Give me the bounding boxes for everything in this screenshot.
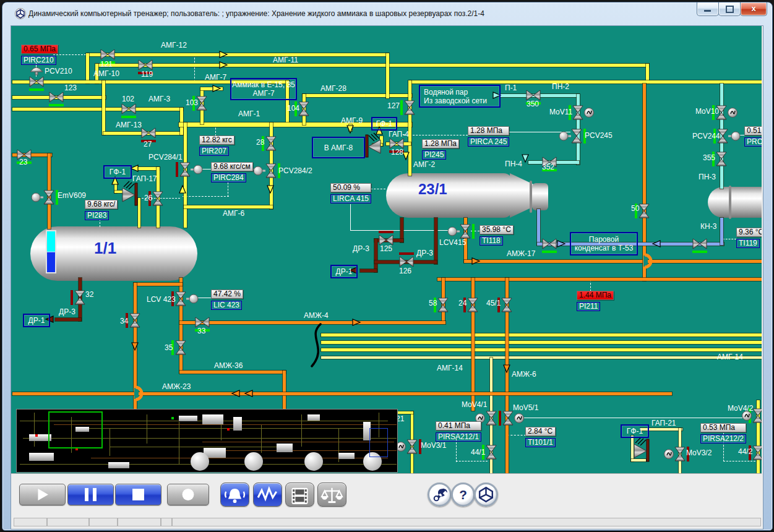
record-button[interactable] — [167, 484, 209, 505]
instrument-pirsa212-2[interactable]: 0.53 МПаPIRSA212/2 — [700, 423, 746, 444]
valve-mov5-1[interactable] — [502, 410, 514, 426]
history-button[interactable] — [285, 483, 314, 507]
instrument-ti118[interactable]: 35.98 °CTI118 — [479, 225, 514, 246]
instrument-pirsa212-1[interactable]: 0.41 МПаPIRSA212/1 — [436, 421, 481, 442]
valve-kn3[interactable] — [692, 238, 708, 250]
instrument-ti101-1[interactable]: 2.84 °CTI101/1 — [525, 427, 556, 447]
valve-35[interactable] — [174, 340, 187, 356]
valve-127[interactable] — [403, 100, 416, 116]
pipe-label: АМГ-10 — [93, 69, 119, 78]
pipe-label: MoV11 — [549, 108, 572, 116]
instrument-pi211[interactable]: 1.44 МПаPI211 — [577, 291, 614, 311]
minimize-button[interactable] — [697, 2, 719, 16]
actuator-top-icon — [29, 65, 44, 75]
valve-pcv210[interactable] — [28, 75, 45, 88]
title-bar[interactable]: Динамический компьютерный тренажер; поль… — [2, 2, 772, 24]
valve-mov4-1[interactable] — [485, 410, 497, 426]
instrument-pi245[interactable]: 1.28 МПаPI245 — [422, 139, 459, 160]
pipe — [228, 182, 228, 197]
valve-26[interactable] — [152, 191, 164, 207]
pipe-label: 44/1 — [471, 448, 485, 457]
valve-34[interactable] — [129, 312, 141, 328]
vessel-23-1-body[interactable] — [386, 173, 512, 218]
instrument-prcsa[interactable]: 0.51 МPRCSA — [744, 126, 762, 147]
status-bar-segment — [172, 518, 761, 526]
status-bar-segment — [14, 518, 47, 526]
valve-lcv423[interactable] — [174, 291, 187, 307]
minimap-shape — [233, 417, 242, 431]
valve-status-stripe — [400, 100, 403, 115]
alarms-button[interactable] — [220, 483, 249, 507]
valve-119[interactable] — [137, 59, 153, 71]
instrument-lic-423[interactable]: 47.42 %LIC 423 — [211, 290, 243, 310]
valve-123[interactable] — [48, 91, 64, 103]
instrument-pirca-245[interactable]: 1.28 МПаPIRCA 245 — [468, 126, 509, 147]
valve-mov3-1[interactable] — [406, 439, 418, 455]
valve-50[interactable] — [638, 203, 650, 219]
help-button[interactable]: ? — [451, 483, 475, 507]
valve-44-2[interactable] — [752, 445, 762, 461]
minimap-viewport[interactable] — [48, 411, 103, 448]
stop-button[interactable] — [115, 484, 161, 505]
maximize-button[interactable] — [718, 2, 741, 16]
valve-126[interactable] — [398, 255, 415, 268]
valve-status-stripe — [499, 411, 501, 426]
flow-arrow — [244, 389, 254, 398]
pipe-label: MoV10 — [695, 107, 719, 116]
app-cube-icon — [15, 8, 26, 19]
relief-valve-icon[interactable] — [632, 437, 650, 464]
pause-button[interactable] — [67, 484, 114, 505]
valve-pcv284-1[interactable] — [179, 161, 191, 178]
pipe — [12, 108, 183, 111]
instrument-tag: PIRC284 — [211, 173, 246, 182]
valve-mov11[interactable] — [572, 105, 584, 121]
play-button[interactable] — [19, 484, 66, 505]
valve-45-1[interactable] — [501, 297, 513, 313]
record-icon — [168, 484, 209, 505]
valve-status-stripe — [71, 290, 73, 305]
valve-58[interactable] — [437, 297, 449, 313]
instrument-pirc284[interactable]: 9.68 кгс/смPIRC284 — [211, 162, 253, 182]
valve-mov3-2[interactable] — [674, 446, 686, 462]
trends-button[interactable] — [253, 483, 282, 507]
valve-24[interactable] — [467, 297, 479, 313]
valve-pcv284-2[interactable] — [265, 163, 277, 179]
valve-27[interactable] — [140, 127, 157, 139]
valve-121[interactable] — [100, 48, 116, 61]
about-button[interactable] — [474, 483, 498, 507]
instrument-pi283[interactable]: 9.68 кгс/PI283 — [85, 200, 118, 220]
close-button[interactable]: x — [740, 2, 767, 16]
valve-32[interactable] — [74, 290, 86, 306]
pipe — [723, 239, 736, 239]
pipe-label: MoV4/2 — [728, 404, 753, 413]
relief-valve-icon[interactable] — [364, 132, 383, 160]
heater-pn3[interactable] — [708, 187, 762, 218]
instrument-lirca-415[interactable]: 50.09 %LIRCA 415 — [330, 183, 371, 204]
instrument-pirc210[interactable]: 0.65 МПаPIRC210 — [21, 45, 58, 65]
valve-102[interactable] — [121, 103, 137, 115]
pipe-label: 123 — [64, 84, 77, 92]
settings-button[interactable] — [428, 483, 452, 507]
valve-pcv245[interactable] — [570, 128, 583, 144]
instrument-ti119[interactable]: 9.36 °CTI119 — [736, 228, 762, 248]
overview-minimap[interactable] — [16, 409, 398, 473]
play-icon — [20, 484, 65, 505]
vessel-1-1-label: 1/1 — [94, 239, 116, 258]
valve-44-1[interactable] — [485, 444, 497, 460]
valve-emv609[interactable] — [43, 189, 55, 205]
relief-valve-icon[interactable] — [120, 181, 139, 208]
pipe-label: 24 — [458, 299, 467, 307]
pipe — [303, 94, 412, 97]
minimap-shape — [179, 422, 179, 464]
valve-status-stripe — [542, 251, 557, 253]
valve-28[interactable] — [265, 135, 277, 152]
pipe — [520, 418, 750, 418]
valve-mov4-2[interactable] — [752, 408, 762, 424]
balance-button[interactable] — [317, 483, 346, 507]
valve-355[interactable] — [715, 151, 728, 167]
note-box: Паровойконденсат в Т-53 — [570, 232, 638, 255]
valve-lcv415[interactable] — [459, 223, 471, 239]
instrument-pir207[interactable]: 12.82 кгсPIR207 — [199, 135, 234, 156]
process-diagram-canvas[interactable]: 1/1 23/1 АМГ-12121АМГ-10119АМГ-11123102А… — [11, 26, 762, 473]
valve-steam[interactable] — [541, 238, 557, 250]
